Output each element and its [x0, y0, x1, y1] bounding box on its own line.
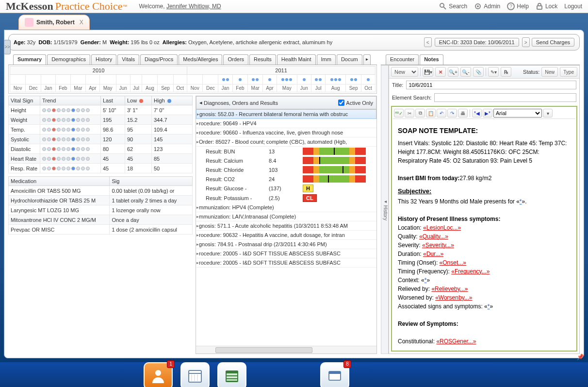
pin-icon[interactable]: 📌 — [577, 353, 584, 360]
prev-field-button[interactable]: *◀ — [472, 109, 482, 118]
lock-button[interactable]: Lock — [536, 2, 557, 10]
dock-window-button[interactable]: 8 — [320, 362, 349, 387]
welcome-user-link[interactable]: Jennifer Whitlow, MD — [166, 3, 221, 10]
template-token[interactable]: «Relieveby...» — [431, 286, 468, 292]
diag-row[interactable]: ▸rocedure: 90660 - Influenza vaccine, li… — [196, 128, 376, 137]
lab-result-row[interactable]: Result: Calcium8.4 — [196, 156, 376, 165]
status-display[interactable]: New — [541, 67, 558, 77]
undo-button[interactable]: ↶ — [437, 109, 446, 118]
active-only-checkbox[interactable] — [338, 100, 344, 106]
zoom-in-button[interactable]: 🔍+ — [448, 67, 458, 77]
copy-button[interactable]: ⧉ — [415, 109, 425, 118]
diag-row[interactable]: ▸gnosis: 784.91 - Postnasal drip (2/3/20… — [196, 240, 376, 249]
tab-docum[interactable]: Docum — [337, 54, 362, 65]
template-token[interactable]: «ROSGener...» — [436, 338, 476, 345]
diag-row[interactable]: ▸gnosis: 552.03 - Recurrent bilateral fe… — [196, 109, 376, 119]
vital-row[interactable]: Height5' 10"3' 1"7' 0" — [9, 105, 193, 115]
rx-button[interactable]: ℞ — [501, 67, 511, 77]
medication-row[interactable]: Prevpac OR MISC1 dose (2 amoxicillin cap… — [9, 225, 193, 235]
lab-result-row[interactable]: Result: BUN13 — [196, 147, 376, 156]
spellcheck-button[interactable]: ᴬᴮ✓ — [394, 109, 404, 118]
tab-demographics[interactable]: Demographics — [47, 54, 90, 65]
vital-row[interactable]: Systolic12090145 — [9, 135, 193, 144]
template-token[interactable]: «Severity...» — [422, 242, 454, 249]
patient-tab-close[interactable]: X — [80, 19, 83, 26]
diag-list[interactable]: ▸gnosis: 552.03 - Recurrent bilateral fe… — [196, 109, 376, 346]
next-field-button[interactable]: ▶* — [483, 109, 492, 118]
tab-medsallergies[interactable]: Meds/Allergies — [179, 54, 222, 65]
tab-diagsprocs[interactable]: Diags/Procs — [140, 54, 178, 65]
logout-button[interactable]: Logout — [564, 3, 582, 10]
send-charges-button[interactable]: Send Charges — [532, 38, 574, 47]
tab-healthmaint[interactable]: Health Maint — [277, 54, 316, 65]
note-editor[interactable]: SOAP NOTE TEMPLATE: Insert Vitals: Systo… — [393, 119, 575, 350]
tabs-overflow-button[interactable]: ▸ — [363, 54, 371, 65]
note-title-input[interactable] — [406, 81, 576, 89]
zoom-out-button[interactable]: 🔍- — [460, 67, 471, 77]
template-token[interactable]: «LesionLoc...» — [423, 224, 461, 231]
paste-button[interactable]: 📋 — [426, 109, 436, 118]
medication-row[interactable]: Hydrochlorothiazide OR TABS 25 M1 tablet… — [9, 196, 193, 205]
tab-notes[interactable]: Notes — [420, 54, 443, 65]
vital-row[interactable]: Temp.98.695109.4 — [9, 125, 193, 135]
element-search-input[interactable] — [434, 93, 576, 102]
dock-patient-button[interactable]: 1 — [144, 362, 173, 387]
tab-imm[interactable]: Imm — [317, 54, 336, 65]
vital-row[interactable]: Weight19515.2344.7 — [9, 115, 193, 125]
tab-orders[interactable]: Orders — [223, 54, 248, 65]
lab-result-row[interactable]: Result: CO224 — [196, 174, 376, 184]
diag-hscrollbar[interactable] — [196, 346, 376, 353]
tab-encounter[interactable]: Encounter — [386, 54, 419, 65]
vital-row[interactable]: Heart Rate454585 — [9, 154, 193, 164]
sign-button[interactable]: ✎▾ — [488, 67, 499, 77]
diag-row[interactable]: ▸mmunization: HPV4 (Complete) — [196, 203, 376, 212]
help-button[interactable]: ? Help — [507, 2, 529, 10]
template-token[interactable]: «Dur...» — [423, 251, 443, 257]
diag-row[interactable]: ▸Order: 85027 - Blood count; complete (C… — [196, 137, 376, 147]
type-button[interactable]: Type — [560, 67, 577, 77]
patient-tab[interactable]: Smith, Robert X — [18, 15, 90, 30]
tab-history[interactable]: History — [91, 54, 116, 65]
diag-row[interactable]: ▸rocedure: 20005 - I&D SOFT TISSUE ABSCE… — [196, 258, 376, 268]
diag-row[interactable]: ▸mmunization: LAIV,Intranasal (Complete) — [196, 212, 376, 221]
template-token[interactable]: «Worsenby...» — [435, 294, 472, 301]
note-new-select[interactable]: New — [391, 67, 418, 77]
diag-row[interactable]: ▸rocedure: 90632 - Hepatitis A vaccine, … — [196, 231, 376, 240]
print-button[interactable]: 🖶 — [458, 109, 468, 118]
redo-button[interactable]: ↷ — [447, 109, 457, 118]
save-button[interactable]: 💾▾ — [423, 67, 433, 77]
medication-row[interactable]: Mitoxantrone HCl IV CONC 2 MG/MOnce a da… — [9, 215, 193, 225]
diag-row[interactable]: ▸rocedure: 20005 - I&D SOFT TISSUE ABSCE… — [196, 249, 376, 258]
expand-handle[interactable]: >> — [4, 40, 11, 54]
font-size-button[interactable]: ▾ — [543, 109, 553, 118]
vital-row[interactable]: Diastolic8062123 — [9, 144, 193, 154]
attach-button[interactable]: 📎 — [473, 67, 484, 77]
medication-row[interactable]: Laryngesic MT LOZG 10 MG1 lozenge orally… — [9, 205, 193, 215]
tab-vitals[interactable]: Vitals — [117, 54, 139, 65]
svg-point-7 — [155, 370, 161, 376]
lab-result-row[interactable]: Result: Chloride103 — [196, 165, 376, 174]
template-token[interactable]: «Quality...» — [419, 233, 448, 240]
enc-prev-button[interactable]: < — [424, 37, 432, 47]
medication-row[interactable]: Amoxicillin OR TABS 500 MG0.00 tablet (0… — [9, 186, 193, 196]
cut-button[interactable]: ✂ — [405, 109, 414, 118]
lab-result-row[interactable]: Result: Potassium -(2.5)CL — [196, 193, 376, 203]
dock-schedule-button[interactable] — [217, 362, 246, 387]
dock-calendar-button[interactable] — [180, 362, 210, 387]
diag-row[interactable]: ▸rocedure: 90649 - HPV4 — [196, 119, 376, 128]
encounter-id-display[interactable]: ENC-ID: 3203 Date: 10/06/2011 — [435, 38, 519, 47]
history-sidebar-toggle[interactable]: ◂ History — [381, 65, 389, 354]
top-bar: McKesson Practice Choice ™ Welcome, Jenn… — [0, 0, 588, 13]
tab-results[interactable]: Results — [249, 54, 276, 65]
admin-button[interactable]: Admin — [474, 2, 500, 10]
vital-row[interactable]: Resp. Rate451850 — [9, 164, 193, 173]
font-select[interactable]: Arial — [493, 109, 542, 118]
template-token[interactable]: «Frequency...» — [451, 268, 490, 275]
enc-next-button[interactable]: > — [522, 37, 530, 47]
lab-result-row[interactable]: Result: Glucose -(137)H — [196, 184, 376, 193]
template-token[interactable]: «Onset...» — [440, 259, 466, 266]
search-button[interactable]: Search — [439, 2, 467, 10]
tab-summary[interactable]: Summary — [13, 54, 46, 65]
diag-row[interactable]: ▸gnosis: 571.1 - Acute alcoholic hepatit… — [196, 221, 376, 231]
delete-button[interactable]: ✕ — [435, 67, 446, 77]
